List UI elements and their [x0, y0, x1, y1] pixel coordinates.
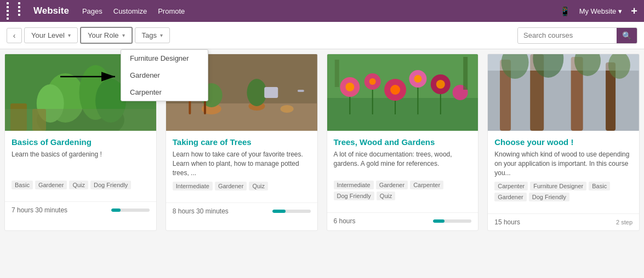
progress-bar-bg-1 [111, 208, 150, 212]
role-dropdown-menu: Furniture Designer Gardener Carpenter [121, 49, 208, 101]
back-button[interactable]: ‹ [7, 28, 22, 43]
tag-carpenter[interactable]: Carpenter [494, 182, 528, 190]
nav-customize[interactable]: Customize [113, 7, 147, 15]
tag-dog-friendly[interactable]: Dog Friendly [90, 181, 131, 189]
svg-point-29 [390, 85, 400, 95]
top-navigation: Website Pages Customize Promote 📱 My Web… [0, 0, 644, 22]
tag-carpenter[interactable]: Carpenter [410, 181, 443, 189]
course-duration-3: 6 hours [334, 217, 356, 225]
tag-gardener[interactable]: Gardener [215, 182, 247, 190]
course-title-1[interactable]: Basics of Gardening [12, 137, 150, 147]
progress-bar-fill-3 [433, 219, 444, 223]
role-carpenter[interactable]: Carpenter [121, 84, 208, 101]
course-title-4[interactable]: Choose your wood ! [494, 137, 632, 147]
course-progress-2 [272, 210, 311, 213]
course-footer-3: 6 hours [327, 212, 478, 229]
grid-menu-icon[interactable] [7, 2, 28, 20]
tag-gardener[interactable]: Gardener [376, 181, 408, 189]
nav-promote[interactable]: Promote [158, 7, 185, 15]
course-progress-1 [111, 208, 150, 212]
my-website-dropdown[interactable]: My Website ▾ [579, 7, 623, 15]
top-nav-right: 📱 My Website ▾ + [560, 5, 637, 18]
course-desc-3: A lot of nice documentation: trees, wood… [334, 150, 472, 176]
course-body-1: Basics of Gardening Learn the basics of … [5, 131, 156, 201]
course-body-2: Taking care of Trees Learn how to take c… [166, 131, 317, 202]
tag-quiz[interactable]: Quiz [377, 192, 396, 200]
mobile-icon[interactable]: 📱 [560, 6, 571, 16]
add-button[interactable]: + [631, 5, 637, 18]
course-body-3: Trees, Wood and Gardens A lot of nice do… [327, 131, 478, 212]
course-footer-1: 7 hours 30 minutes [5, 201, 156, 218]
svg-point-25 [345, 83, 354, 91]
svg-point-17 [247, 79, 266, 106]
tag-quiz[interactable]: Quiz [249, 182, 268, 190]
chevron-down-icon: ▾ [68, 32, 71, 38]
tag-basic[interactable]: Basic [12, 181, 33, 189]
svg-rect-9 [32, 109, 46, 131]
course-title-2[interactable]: Taking care of Trees [173, 137, 311, 147]
site-title: Website [33, 5, 69, 16]
course-card-3: Trees, Wood and Gardens A lot of nice do… [327, 54, 479, 231]
search-input[interactable] [518, 28, 617, 43]
role-gardener[interactable]: Gardener [121, 67, 208, 84]
course-desc-1: Learn the basics of gardening ! [12, 150, 150, 176]
nav-links: Pages Customize Promote [82, 7, 560, 15]
progress-bar-bg-2 [272, 210, 311, 213]
tag-intermediate[interactable]: Intermediate [334, 181, 374, 189]
svg-rect-41 [463, 57, 468, 90]
svg-rect-19 [298, 90, 304, 92]
nav-pages[interactable]: Pages [82, 7, 102, 15]
course-card-4: Choose your wood ! Knowing which kind of… [487, 54, 640, 231]
course-tags-4: Carpenter Furniture Designer Basic Garde… [494, 182, 632, 201]
your-level-dropdown[interactable]: Your Level ▾ [24, 27, 78, 43]
svg-point-33 [436, 80, 444, 89]
course-desc-4: Knowing which kind of wood to use depend… [494, 150, 632, 177]
course-title-3[interactable]: Trees, Wood and Gardens [334, 137, 472, 147]
svg-rect-40 [334, 60, 339, 87]
svg-point-31 [414, 75, 421, 83]
course-grid: Basics of Gardening Learn the basics of … [0, 49, 644, 235]
svg-point-6 [37, 84, 64, 123]
chevron-down-icon: ▾ [122, 32, 125, 38]
course-image-4 [488, 54, 639, 131]
course-body-4: Choose your wood ! Knowing which kind of… [488, 131, 639, 213]
course-footer-2: 8 hours 30 minutes [166, 202, 317, 219]
tag-quiz[interactable]: Quiz [69, 181, 88, 189]
tag-furniture-designer[interactable]: Furniture Designer [530, 182, 586, 190]
tag-dog-friendly[interactable]: Dog Friendly [334, 192, 374, 200]
search-box[interactable]: 🔍 [517, 27, 637, 44]
course-step-4: 2 step [616, 219, 632, 225]
progress-bar-fill-1 [111, 208, 121, 212]
course-image-3 [327, 54, 478, 131]
svg-rect-12 [166, 103, 317, 131]
tags-dropdown[interactable]: Tags ▾ [135, 27, 170, 43]
tag-gardener[interactable]: Gardener [494, 193, 526, 201]
filter-bar: ‹ Your Level ▾ Your Role ▾ Tags ▾ Furnit… [0, 22, 644, 49]
svg-point-27 [369, 78, 375, 85]
course-duration-1: 7 hours 30 minutes [12, 206, 67, 214]
course-duration-4: 15 hours [494, 218, 520, 226]
role-furniture-designer[interactable]: Furniture Designer [121, 50, 208, 67]
tag-intermediate[interactable]: Intermediate [173, 182, 213, 190]
course-tags-2: Intermediate Gardener Quiz [173, 182, 311, 190]
svg-rect-8 [10, 103, 27, 131]
course-progress-3 [433, 219, 471, 223]
chevron-down-icon: ▾ [160, 32, 163, 38]
course-tags-3: Intermediate Gardener Carpenter Dog Frie… [334, 181, 472, 200]
tag-gardener[interactable]: Gardener [35, 181, 67, 189]
your-role-dropdown[interactable]: Your Role ▾ [80, 27, 133, 44]
course-tags-1: Basic Gardener Quiz Dog Friendly [12, 181, 150, 189]
course-footer-4: 15 hours 2 step [488, 213, 639, 230]
search-button[interactable]: 🔍 [617, 28, 637, 43]
course-duration-2: 8 hours 30 minutes [173, 207, 229, 215]
svg-point-15 [280, 105, 293, 113]
progress-bar-fill-2 [272, 210, 286, 213]
svg-rect-18 [264, 87, 278, 98]
course-desc-2: Learn how to take care of your favorite … [173, 150, 311, 177]
tag-basic[interactable]: Basic [589, 182, 610, 190]
progress-bar-bg-3 [433, 219, 471, 223]
tag-dog-friendly[interactable]: Dog Friendly [529, 193, 569, 201]
